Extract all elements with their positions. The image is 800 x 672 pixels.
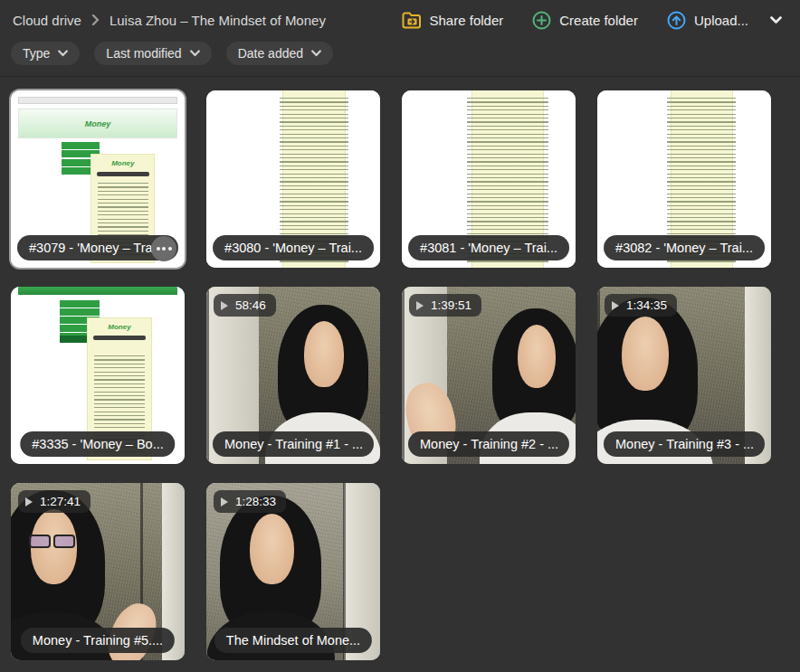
filter-last-modified-label: Last modified [106, 47, 181, 60]
file-grid: Money Money #3079 - 'Money – Trai... Mon… [0, 77, 800, 672]
play-icon [221, 497, 228, 506]
top-bar: Cloud drive Luisa Zhou – The Mindset of … [0, 0, 800, 40]
breadcrumb-current: Luisa Zhou – The Mindset of Money [110, 13, 326, 28]
breadcrumb: Cloud drive Luisa Zhou – The Mindset of … [13, 13, 326, 28]
play-icon [416, 301, 424, 310]
upload-options-button[interactable] [767, 8, 786, 33]
chevron-down-icon [58, 50, 68, 57]
create-folder-icon [532, 11, 551, 30]
video-duration: 1:28:33 [235, 495, 276, 508]
filter-type-label: Type [23, 47, 50, 60]
filter-date-added-label: Date added [238, 47, 303, 60]
video-duration-badge: 1:27:41 [18, 490, 90, 513]
person-figure [278, 305, 368, 436]
person-face [304, 321, 344, 387]
file-name-label: Money - Training #1 - ... [213, 431, 374, 458]
share-folder-label: Share folder [430, 13, 504, 28]
person-figure [220, 496, 320, 638]
chevron-down-icon [190, 50, 200, 57]
video-duration: 58:46 [235, 298, 266, 312]
breadcrumb-root[interactable]: Cloud drive [13, 13, 81, 28]
file-card-8[interactable]: 1:34:35 Money - Training #3 - ... [597, 287, 771, 464]
filter-date-added[interactable]: Date added [226, 42, 333, 65]
upload-label: Upload... [694, 13, 748, 28]
video-duration-badge: 1:39:51 [409, 294, 481, 317]
video-duration-badge: 58:46 [214, 294, 276, 317]
chevron-down-icon [311, 50, 321, 57]
person-face [250, 514, 294, 584]
file-card-2[interactable]: Money Money #3080 - 'Money – Trai... [206, 90, 380, 268]
video-duration: 1:34:35 [626, 298, 667, 312]
file-card-3[interactable]: Money Money #3081 - 'Money – Trai... [402, 90, 576, 268]
video-duration: 1:27:41 [40, 495, 81, 508]
filter-bar: Type Last modified Date added [0, 40, 800, 76]
person-figure [597, 298, 698, 447]
wall-seam [206, 287, 209, 464]
file-name-label: #3080 - 'Money – Trai... [213, 235, 374, 261]
glasses-icon [27, 535, 76, 552]
file-name-label: #3082 - 'Money – Trai... [604, 235, 765, 261]
file-name-label: Money - Training #3 - ... [604, 431, 765, 458]
upload-button[interactable]: Upload... [656, 5, 759, 35]
play-icon [612, 301, 619, 310]
file-name-label: #3081 - 'Money – Trai... [408, 235, 569, 261]
wall-seam [402, 287, 405, 464]
file-card-4[interactable]: Money Money #3082 - 'Money – Trai... [597, 90, 771, 268]
thumb-logo-text: Money [91, 159, 154, 167]
thumb-browser-bar [18, 97, 178, 104]
breadcrumb-separator-icon [91, 14, 100, 25]
share-folder-icon [402, 12, 422, 29]
share-folder-button[interactable]: Share folder [391, 6, 515, 34]
file-menu-button[interactable] [151, 236, 176, 261]
thumb-logo-text: Money [88, 323, 150, 331]
file-card-6[interactable]: 58:46 Money - Training #1 - ... [206, 287, 380, 464]
chevron-down-icon [770, 14, 782, 27]
file-name-label: Money - Training #5.... [21, 628, 175, 654]
video-duration: 1:39:51 [431, 298, 471, 312]
file-card-5[interactable]: Money Money #3335 - 'Money – Bo... [11, 287, 185, 464]
person-face [518, 325, 556, 389]
video-duration-badge: 1:34:35 [605, 294, 677, 317]
file-card-7[interactable]: 1:39:51 Money - Training #2 - ... [402, 287, 576, 464]
thumb-header-strip [18, 287, 178, 295]
filter-type[interactable]: Type [11, 42, 80, 65]
upload-icon [667, 11, 686, 30]
filter-last-modified[interactable]: Last modified [94, 42, 211, 65]
thumb-banner: Money [18, 109, 178, 138]
file-card-10[interactable]: 1:28:33 The Mindset of Mone... [206, 483, 380, 660]
file-card-1[interactable]: Money Money #3079 - 'Money – Trai... [11, 90, 185, 268]
person-figure [492, 308, 576, 436]
thumb-audio-player [97, 172, 149, 176]
person-face [622, 317, 669, 391]
create-folder-button[interactable]: Create folder [521, 5, 649, 35]
play-icon [25, 497, 33, 506]
play-icon [221, 301, 228, 310]
file-name-label: #3335 - 'Money – Bo... [20, 431, 175, 458]
create-folder-label: Create folder [559, 13, 638, 28]
file-name-label: The Mindset of Mone... [214, 628, 372, 654]
toolbar-actions: Share folder Create folder Upload... [391, 5, 786, 35]
thumb-audio-player [93, 336, 146, 340]
file-name-label: Money - Training #2 - ... [408, 431, 569, 458]
file-card-9[interactable]: 1:27:41 Money - Training #5.... [11, 483, 185, 660]
video-duration-badge: 1:28:33 [214, 490, 286, 513]
